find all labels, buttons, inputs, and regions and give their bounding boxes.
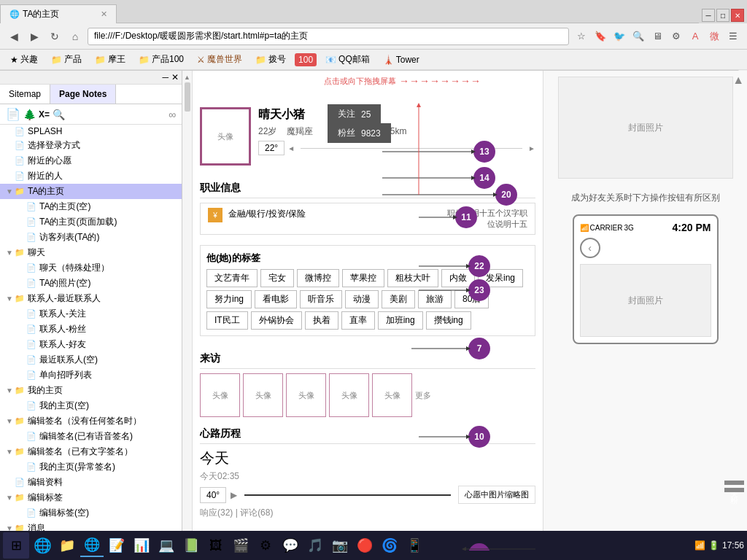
forward-button[interactable]: ▶	[26, 28, 42, 44]
taskbar-ae[interactable]: 🎬	[229, 534, 252, 557]
left-scroll-thumb[interactable]	[185, 82, 190, 112]
taskbar-app5[interactable]: 🔴	[353, 534, 376, 557]
left-scrollbar[interactable]: ▲ ▼	[182, 71, 193, 551]
taskbar-app7[interactable]: 📱	[403, 534, 426, 557]
bookmark-wow[interactable]: ⚔ 魔兽世界	[193, 52, 247, 67]
tree-item-nearby-mood[interactable]: 📄 附近的心愿	[0, 153, 182, 168]
bookmark-qq[interactable]: 📧 QQ邮箱	[321, 52, 374, 67]
file-icon: 📄	[26, 462, 36, 472]
bookmark-icon[interactable]: 🔖	[592, 28, 608, 44]
taskbar-excel[interactable]: 📗	[179, 534, 203, 557]
address-input[interactable]	[88, 28, 569, 45]
menu-icon[interactable]: ☰	[725, 28, 741, 44]
back-button[interactable]: ◀	[6, 28, 22, 44]
taskbar-chrome[interactable]: 🌐	[80, 534, 104, 557]
age-arrow-right[interactable]: ►	[528, 144, 535, 152]
tree-item-contacts[interactable]: ▼ 📁 联系人-最近联系人	[0, 291, 182, 306]
bookmark-product100[interactable]: 📁 产品100	[134, 52, 188, 67]
tree-item-edit-tags[interactable]: ▼ 📁 编辑标签	[0, 490, 182, 505]
tree-item-nearby-people[interactable]: 📄 附近的人	[0, 168, 182, 184]
tree-item-edit-tags-voice[interactable]: 📄 编辑签名(已有语音签名)	[0, 429, 182, 444]
taskbar-word[interactable]: 📝	[105, 534, 128, 557]
tree-item-my-home[interactable]: ▼ 📁 我的主页	[0, 383, 182, 398]
tree-item-tahome-empty[interactable]: 📄 TA的主页(空)	[0, 199, 182, 214]
tree-toggle-tahome[interactable]: ▼	[6, 187, 13, 195]
tree-item-recent-contacts[interactable]: 📄 最近联系人(空)	[0, 352, 182, 368]
settings-icon[interactable]: ⚙	[668, 28, 684, 44]
tree-item-contacts-friends[interactable]: 📄 联系人-好友	[0, 337, 182, 352]
screen-icon[interactable]: 🖥	[649, 28, 665, 44]
tree-item-contacts-fans[interactable]: 📄 联系人-粉丝	[0, 322, 182, 337]
tree-label-myhome-empty: 我的主页(空)	[39, 400, 89, 412]
tree-toggle-edittags[interactable]: ▼	[6, 494, 13, 502]
taskbar-ppt[interactable]: 📊	[130, 534, 153, 557]
taskbar-app3[interactable]: 🎵	[303, 534, 327, 557]
tree-item-single-call[interactable]: 📄 单向招呼列表	[0, 368, 182, 383]
star-icon[interactable]: ☆	[573, 28, 589, 44]
tree-toggle-contacts[interactable]: ▼	[6, 295, 13, 303]
search-icon[interactable]: 🔍	[53, 109, 65, 120]
tree-item-tahome-load[interactable]: 📄 TA的主页(页面加载)	[0, 214, 182, 230]
tree-item-contacts-follow[interactable]: 📄 联系人-关注	[0, 306, 182, 322]
refresh-button[interactable]: ↻	[47, 28, 63, 44]
bookmark-product[interactable]: 📁 产品	[47, 52, 86, 67]
tree-toggle-edittagsnone[interactable]: ▼	[6, 417, 13, 425]
browser-tab[interactable]: 🌐 TA的主页 ✕	[0, 4, 117, 23]
start-button[interactable]: ⊞	[3, 532, 29, 559]
tree-item-chat-special[interactable]: 📄 聊天（特殊处理）	[0, 260, 182, 276]
taskbar-ie[interactable]: 🌐	[31, 534, 54, 557]
tree-item-ta-visit[interactable]: 📄 访客列表(TA的)	[0, 230, 182, 245]
scroll-up-icon[interactable]: ▲	[732, 74, 744, 87]
home-button[interactable]: ⌂	[67, 28, 83, 44]
bookmark-mowang-label: 摩王	[108, 53, 125, 66]
sidebar-tabs: Sitemap Page Notes	[0, 85, 182, 104]
bookmark-100[interactable]: 100	[295, 53, 317, 66]
visitors-more[interactable]: 更多	[415, 390, 431, 401]
minimize-button[interactable]: ─	[702, 9, 715, 22]
tree-item-edit-info[interactable]: 📄 编辑资料	[0, 475, 182, 490]
tree-toggle-myhome[interactable]: ▼	[6, 386, 13, 394]
tree-item-login[interactable]: 📄 选择登录方式	[0, 138, 182, 153]
bookmark-dial[interactable]: 📁 拨号	[251, 52, 290, 67]
tab-page-notes[interactable]: Page Notes	[50, 85, 116, 104]
tree-item-myhome-empty[interactable]: 📄 我的主页(空)	[0, 398, 182, 413]
age-arrow-left[interactable]: ◄	[287, 144, 295, 152]
tree-item-edit-tags-none[interactable]: ▼ 📁 编辑签名（没有任何签名时）	[0, 413, 182, 429]
tab-close-btn[interactable]: ✕	[101, 9, 107, 19]
tree-toggle-chat[interactable]: ▼	[6, 249, 13, 257]
phone-back-button[interactable]: ‹	[580, 238, 600, 258]
mood-arrow[interactable]: ▶	[231, 490, 237, 500]
mood-bar: 40° ▶ 心愿中图片缩略图	[200, 486, 535, 504]
tree-toggle-edittagstextparent[interactable]: ▼	[6, 448, 13, 456]
tree-item-edit-tags-text-parent[interactable]: ▼ 📁 编辑签名（已有文字签名）	[0, 444, 182, 459]
tree-item-edit-tags-text[interactable]: 📄 我的主页(异常签名)	[0, 459, 182, 475]
restore-button[interactable]: □	[716, 9, 729, 22]
sidebar-close-icon[interactable]: ✕	[171, 72, 179, 82]
tree-item-chat[interactable]: ▼ 📁 聊天	[0, 245, 182, 260]
search-icon[interactable]: 🔍	[630, 28, 646, 44]
tree-item-ta-photos[interactable]: 📄 TA的照片(空)	[0, 276, 182, 291]
extension-icon[interactable]: A	[687, 28, 703, 44]
close-button[interactable]: ✕	[731, 9, 744, 22]
tag-item: 旅游	[418, 290, 452, 308]
tree-item-ta-home[interactable]: ▼ 📁 TA的主页	[0, 184, 182, 199]
left-scroll-up[interactable]: ▲	[184, 74, 190, 81]
taskbar-vs[interactable]: 💻	[155, 534, 178, 557]
taskbar-app2[interactable]: 💬	[279, 534, 302, 557]
tab-sitemap[interactable]: Sitemap	[0, 85, 50, 104]
taskbar-app1[interactable]: ⚙	[254, 534, 277, 557]
tree-item-edit-tags-empty[interactable]: 📄 编辑标签(空)	[0, 505, 182, 521]
sidebar-minimize-icon[interactable]: ─	[162, 72, 169, 82]
taskbar-app6[interactable]: 🌀	[378, 534, 401, 557]
taskbar-folder[interactable]: 📁	[55, 534, 79, 557]
folder-icon: 📁	[15, 248, 25, 257]
bookmark-interests[interactable]: ★ 兴趣	[6, 52, 42, 67]
tag-item: 苹果控	[342, 269, 384, 287]
weibo-icon[interactable]: 微	[706, 28, 722, 44]
bookmark-tower[interactable]: 🗼 Tower	[379, 53, 424, 66]
taskbar-ps[interactable]: 🖼	[204, 534, 228, 557]
bookmark-mowang[interactable]: 📁 摩王	[90, 52, 130, 67]
taskbar-app4[interactable]: 📷	[328, 534, 352, 557]
tree-item-splash[interactable]: 📄 SPLASH	[0, 125, 182, 138]
twitter-icon[interactable]: 🐦	[611, 28, 627, 44]
